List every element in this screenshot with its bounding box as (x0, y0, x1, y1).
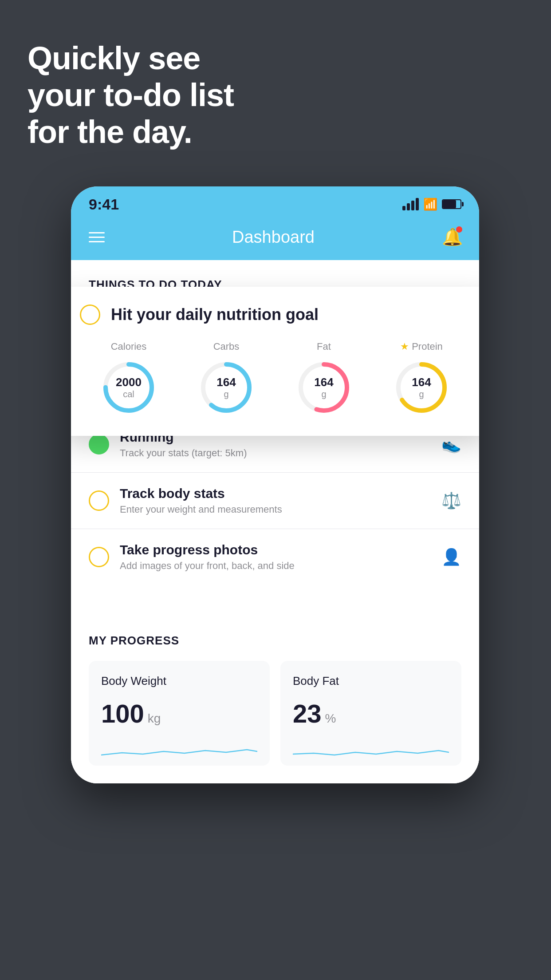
header-title: Dashboard (232, 228, 315, 247)
app-content: THINGS TO DO TODAY Hit your daily nutrit… (71, 260, 479, 783)
photos-checkbox[interactable] (89, 547, 109, 567)
nutrition-circles: Calories 2000 cal (80, 341, 470, 416)
hero-line2: your to-do list (28, 77, 234, 114)
body-stats-icon: ⚖️ (441, 491, 461, 510)
photos-subtitle: Add images of your front, back, and side (120, 560, 441, 572)
running-subtitle: Track your stats (target: 5km) (120, 447, 441, 459)
body-fat-card: Body Fat 23 % (280, 661, 461, 766)
protein-label: ★ Protein (400, 341, 443, 352)
nutrition-checkbox[interactable] (80, 304, 100, 325)
hero-line1: Quickly see (28, 40, 234, 77)
body-fat-unit: % (325, 711, 336, 726)
fat-value: 164 (314, 375, 333, 389)
body-weight-chart (101, 737, 257, 764)
body-weight-card: Body Weight 100 kg (89, 661, 270, 766)
battery-icon (442, 199, 461, 209)
status-bar: 9:41 📶 (71, 186, 479, 218)
progress-cards: Body Weight 100 kg Body Fat 23 % (89, 661, 461, 766)
wifi-icon: 📶 (423, 198, 437, 211)
calories-label: Calories (111, 341, 147, 352)
status-time: 9:41 (89, 196, 119, 213)
body-stats-text: Track body stats Enter your weight and m… (120, 486, 441, 515)
body-weight-number: 100 (101, 699, 144, 728)
calories-value: 2000 (116, 375, 142, 389)
body-fat-card-title: Body Fat (293, 674, 449, 688)
progress-title: MY PROGRESS (89, 634, 461, 648)
things-to-do-section: THINGS TO DO TODAY Hit your daily nutrit… (71, 260, 479, 300)
hamburger-menu-button[interactable] (89, 232, 105, 242)
running-checkbox[interactable] (89, 434, 109, 454)
protein-donut: 164 g (393, 359, 450, 416)
hero-line3: for the day. (28, 114, 234, 150)
photos-title: Take progress photos (120, 542, 441, 557)
photos-text: Take progress photos Add images of your … (120, 542, 441, 572)
popup-header: Hit your daily nutrition goal (80, 304, 470, 325)
notification-bell-button[interactable]: 🔔 (442, 227, 461, 247)
body-fat-number: 23 (293, 699, 322, 728)
nutrition-goal-card: Hit your daily nutrition goal Calories (71, 287, 479, 436)
spacer (71, 585, 479, 612)
calories-donut: 2000 cal (100, 359, 157, 416)
body-weight-unit: kg (148, 711, 161, 726)
calories-item: Calories 2000 cal (100, 341, 157, 416)
body-fat-chart (293, 737, 449, 764)
notification-dot (456, 226, 462, 233)
carbs-unit: g (216, 389, 236, 399)
phone-mockup: 9:41 📶 Dashboard 🔔 (71, 186, 479, 783)
todo-list: Running Track your stats (target: 5km) 👟… (71, 416, 479, 585)
todo-item-photos[interactable]: Take progress photos Add images of your … (71, 529, 479, 585)
fat-unit: g (314, 389, 333, 399)
status-icons: 📶 (402, 198, 461, 211)
protein-item: ★ Protein 164 g (393, 341, 450, 416)
protein-value: 164 (412, 375, 431, 389)
running-icon: 👟 (441, 435, 461, 454)
fat-item: Fat 164 g (295, 341, 353, 416)
body-stats-title: Track body stats (120, 486, 441, 501)
fat-label: Fat (317, 341, 331, 352)
signal-icon (402, 198, 419, 210)
carbs-item: Carbs 164 g (197, 341, 255, 416)
carbs-donut: 164 g (197, 359, 255, 416)
progress-section: MY PROGRESS Body Weight 100 kg Body Fat (71, 612, 479, 783)
protein-unit: g (412, 389, 431, 399)
body-stats-subtitle: Enter your weight and measurements (120, 504, 441, 515)
fat-donut: 164 g (295, 359, 353, 416)
photos-icon: 👤 (441, 548, 461, 566)
hero-text: Quickly see your to-do list for the day. (28, 40, 234, 150)
calories-unit: cal (116, 389, 142, 399)
app-header: Dashboard 🔔 (71, 218, 479, 260)
body-stats-checkbox[interactable] (89, 490, 109, 511)
body-weight-card-title: Body Weight (101, 674, 257, 688)
carbs-value: 164 (216, 375, 236, 389)
todo-item-body-stats[interactable]: Track body stats Enter your weight and m… (71, 472, 479, 529)
body-weight-value-container: 100 kg (101, 699, 257, 728)
popup-title: Hit your daily nutrition goal (111, 305, 319, 324)
body-fat-value-container: 23 % (293, 699, 449, 728)
carbs-label: Carbs (213, 341, 240, 352)
star-icon: ★ (400, 341, 409, 352)
